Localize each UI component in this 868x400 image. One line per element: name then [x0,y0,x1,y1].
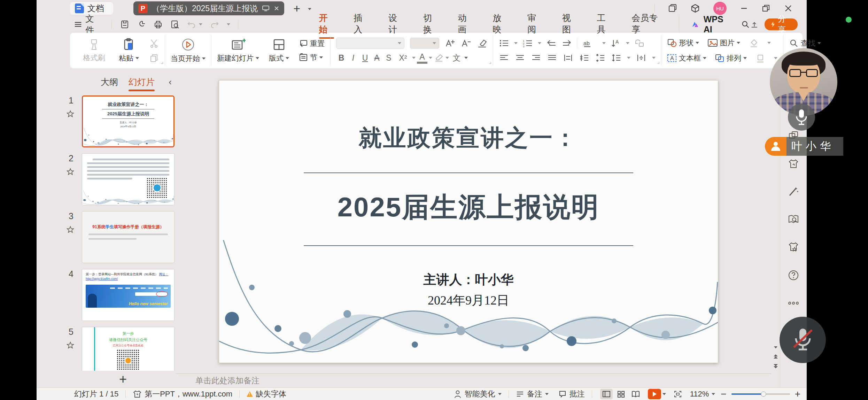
superscript-button[interactable]: X² [395,53,411,63]
output-pdf-icon[interactable] [137,20,146,29]
clipboard-dialog-launcher[interactable]: ⌟ [161,58,164,65]
workspace-icon[interactable] [668,4,677,13]
upload-cloud-icon[interactable] [750,20,758,29]
decrease-font-icon[interactable] [461,38,471,48]
vertical-align-icon[interactable] [636,53,646,63]
align-center-icon[interactable] [515,53,525,63]
smart-beautify-button[interactable]: 智能美化 [454,389,502,399]
find-button[interactable]: 查找 [789,38,821,48]
notes-bar[interactable]: 单击此处添加备注 [176,374,771,387]
slide-canvas[interactable]: 就业政策宣讲之一： 2025届生源上报说明 主讲人：叶小华 2024年9月12日 [219,80,718,363]
slide-thumb-2[interactable]: 2 [82,153,175,205]
increase-font-icon[interactable] [445,38,455,48]
skin-shirt-star-icon[interactable] [788,241,799,254]
fit-window-button[interactable] [672,389,684,399]
tab-insert[interactable]: 插入 [353,11,370,38]
app-cube-icon[interactable] [690,3,700,13]
smartart-convert-icon[interactable] [634,38,645,48]
print-preview-icon[interactable] [170,20,179,29]
char-spacing-icon[interactable]: ab [582,38,597,48]
document-tab[interactable]: P （学生版）2025届生源上报说 [133,1,284,15]
mic-active-badge[interactable] [788,103,815,131]
underline-button[interactable]: U [360,53,370,63]
paragraph-dialog-launcher[interactable]: ⌟ [657,58,660,65]
increase-indent-icon[interactable] [561,38,572,48]
tab-animation[interactable]: 动画 [457,11,474,38]
slide-thumb-3[interactable]: 3 91系统学生填写操作手册（填报生源） [82,211,175,263]
share-button[interactable]: 分享 [765,18,798,30]
beautify-wand-icon[interactable] [788,185,799,198]
play-options-caret[interactable] [662,393,666,395]
line-spacing-decrease-icon[interactable] [595,53,605,63]
slide-thumb-4[interactable]: 4 第一步：登录网站—荆州学院就业信息网（91系统） 网址：http://jqy… [82,269,175,321]
wps-ai-button[interactable]: WPS AI [679,14,732,34]
distribute-icon[interactable] [563,53,573,63]
vertical-scrollbar[interactable] [771,71,780,387]
undo-button[interactable] [187,20,202,29]
minimize-button[interactable] [740,4,748,13]
text-direction-icon[interactable]: A [611,38,621,48]
copy-icon[interactable] [149,53,159,63]
numbering-icon[interactable]: 123 [522,38,533,48]
new-slide-button[interactable]: 新建幻灯片 [217,38,259,63]
missing-font-warning[interactable]: 缺失字体 [247,389,286,399]
normal-view-button[interactable] [600,389,613,399]
arrange-button[interactable]: 排列 [715,53,747,63]
tab-tools[interactable]: 工具 [596,11,613,38]
resource-search-icon[interactable] [788,213,799,226]
textbox-button[interactable]: A 文本框 [667,53,706,63]
slide-title-line2[interactable]: 2025届生源上报说明 [219,189,718,226]
more-icon[interactable] [788,297,799,309]
previous-slide-icon[interactable] [773,354,778,359]
zoom-level[interactable]: 112% [690,390,715,399]
tab-transition[interactable]: 切换 [423,11,439,38]
template-shirt-icon[interactable] [788,157,799,170]
font-color-button[interactable]: A [417,52,427,64]
help-icon[interactable] [788,269,799,282]
present-screen-icon[interactable] [262,5,270,11]
close-tab-icon[interactable] [274,6,279,11]
new-tab-button[interactable]: + [293,2,300,15]
italic-button[interactable]: I [348,53,358,63]
slideshow-play-button[interactable] [648,389,661,399]
notes-button[interactable]: 备注 [516,389,549,399]
outline-tab[interactable]: 大纲 [101,76,118,88]
zoom-out-button[interactable]: − [721,389,726,400]
highlight-button[interactable] [434,53,444,63]
reset-button[interactable]: 重置 [299,39,325,48]
zoom-in-button[interactable]: + [795,389,800,400]
tab-member[interactable]: 会员专享 [631,11,662,38]
mic-muted-button[interactable] [780,317,826,363]
save-icon[interactable] [120,20,129,29]
pinyin-button[interactable]: 文 [450,53,463,63]
collapse-panel-button[interactable]: ‹ [169,77,172,87]
cut-icon[interactable] [149,38,159,48]
slide-stage[interactable]: 就业政策宣讲之一： 2025届生源上报说明 主讲人：叶小华 2024年9月12日 [176,71,771,374]
outline-color-icon[interactable] [755,53,766,63]
slide-sorter-view-button[interactable] [615,389,627,399]
bold-button[interactable]: B [336,53,347,63]
play-from-page-button[interactable]: 当页开始 [171,38,206,63]
slide-title-line1[interactable]: 就业政策宣讲之一： [219,122,718,154]
search-icon[interactable] [741,20,750,29]
decrease-indent-icon[interactable] [546,38,557,48]
template-info[interactable]: 第一PPT，www.1ppt.com [133,389,232,399]
close-button[interactable] [784,4,793,13]
tab-slideshow[interactable]: 放映 [492,11,509,38]
align-left-icon[interactable] [499,53,509,63]
tab-review[interactable]: 审阅 [527,11,543,38]
slide-thumb-1[interactable]: 1 就业政策宣讲之一： 2025届生源上报说明 主讲人：叶小华2024年9月12… [82,95,175,147]
reading-view-button[interactable] [629,389,642,399]
comments-button[interactable]: 批注 [558,389,585,399]
bullets-icon[interactable] [499,38,509,48]
font-size-select[interactable] [410,38,439,49]
next-slide-icon[interactable] [773,364,778,369]
qat-more-caret[interactable] [227,23,230,25]
zoom-slider[interactable]: − + [721,389,800,400]
layout-button[interactable]: 版式 [264,38,294,63]
shapes-button[interactable]: 形状 [667,38,699,48]
align-right-icon[interactable] [531,53,541,63]
print-icon[interactable] [154,20,163,29]
line-spacing-increase-icon[interactable] [579,53,589,63]
fill-color-icon[interactable] [749,38,759,48]
